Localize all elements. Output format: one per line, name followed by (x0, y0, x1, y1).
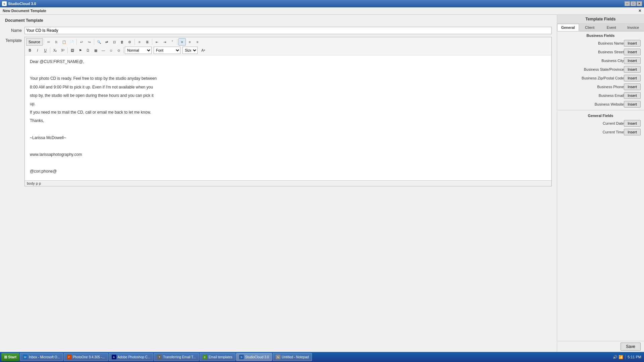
underline-button[interactable]: U (42, 47, 49, 54)
template-row: Template Source ✂ ⎘ 📋 📄 ↩ (5, 37, 552, 186)
insert-current-date-button[interactable]: Insert (624, 120, 641, 127)
taskbar-item-inbox[interactable]: M Inbox - Microsoft O... (20, 353, 63, 361)
redo-icon[interactable]: ↪ (86, 38, 93, 46)
start-icon: ⊞ (4, 355, 7, 359)
taskbar-item-photoshop[interactable]: A Adobe Photoshop C... (109, 353, 154, 361)
replace-icon[interactable]: ⇄ (103, 38, 110, 46)
undo-icon[interactable]: ↩ (78, 38, 85, 46)
insert-link-icon[interactable]: ⊙ (115, 47, 122, 54)
decrease-indent-icon[interactable]: ⇤ (153, 38, 161, 46)
insert-business-name-button[interactable]: Insert (624, 40, 641, 47)
insert-special-icon[interactable]: Ω (84, 47, 92, 54)
insert-hline-icon[interactable]: — (100, 47, 107, 54)
toolbar-sep-7 (50, 47, 50, 53)
tab-invoice[interactable]: Invoice (622, 24, 644, 31)
window-close-x[interactable]: ✕ (638, 9, 641, 13)
taskbar-item-transfer[interactable]: T Transferring Email T... (154, 353, 199, 361)
insert-business-website-button[interactable]: Insert (624, 101, 641, 108)
italic-button[interactable]: I (34, 47, 41, 54)
insert-business-street-button[interactable]: Insert (624, 49, 641, 55)
align-left-icon[interactable]: ≡ (178, 38, 186, 46)
maximize-button[interactable]: □ (631, 1, 636, 6)
close-button[interactable]: ✕ (637, 1, 642, 6)
tab-client[interactable]: Client (579, 24, 601, 31)
app-title: StudioCloud 3.0 (8, 2, 36, 6)
insert-table-icon[interactable]: ▦ (92, 47, 99, 54)
section-title: Document Template (5, 18, 552, 23)
text-color-icon[interactable]: A▾ (200, 47, 207, 54)
taskbar-icon-inbox: M (23, 355, 28, 359)
size-select[interactable]: Size (182, 47, 198, 54)
cut-icon[interactable]: ✂ (45, 38, 52, 46)
field-current-time-label: Current Time (560, 130, 624, 134)
editor-body[interactable]: Dear @CUS:FIRST_NAME@, Your photo CD is … (25, 55, 551, 180)
start-button[interactable]: ⊞ Start (1, 353, 19, 361)
superscript-button[interactable]: X² (59, 47, 66, 54)
unordered-list-icon[interactable]: ≣ (144, 38, 151, 46)
increase-indent-icon[interactable]: ⇥ (161, 38, 168, 46)
field-business-website: Business Website Insert (557, 100, 644, 109)
smiley-icon[interactable]: ☺ (107, 47, 115, 54)
ordered-list-icon[interactable]: ≡ (136, 38, 143, 46)
editor-line-blank1 (30, 67, 546, 73)
source-button[interactable]: Source (26, 38, 43, 46)
bold-button[interactable]: B (26, 47, 34, 54)
tab-event[interactable]: Event (601, 24, 623, 31)
insert-business-zip-button[interactable]: Insert (624, 75, 641, 81)
font-select[interactable]: Font (154, 47, 180, 54)
format-icon[interactable]: ⚙ (126, 38, 133, 46)
insert-flag-icon[interactable]: ⚑ (76, 47, 84, 54)
editor-status-text: body p p (27, 181, 41, 185)
align-right-icon[interactable]: ≡ (194, 38, 201, 46)
title-bar: S StudioCloud 3.0 ─ □ ✕ (0, 0, 644, 7)
taskbar-item-photoone[interactable]: P PhotoOne 9.4.305 -... (64, 353, 108, 361)
blockquote-icon[interactable]: " (169, 38, 176, 46)
toolbar-row-1: Source ✂ ⎘ 📋 📄 ↩ ↪ 🔍 ⇄ ⊡ (26, 38, 550, 46)
insert-current-time-button[interactable]: Insert (624, 129, 641, 135)
editor-status-bar: body p p (25, 180, 551, 186)
toolbar-sep-9 (123, 47, 124, 53)
window-controls: ─ □ ✕ (625, 1, 642, 6)
content-area: Document Template Name Template Source ✂ (0, 15, 644, 352)
app-logo: S (2, 1, 7, 6)
field-business-state-label: Business State/Province (560, 67, 624, 71)
save-button[interactable]: Save (621, 343, 641, 351)
insert-business-email-button[interactable]: Insert (624, 92, 641, 99)
insert-business-phone-button[interactable]: Insert (624, 83, 641, 90)
insert-business-city-button[interactable]: Insert (624, 57, 641, 64)
subscript-button[interactable]: X₂ (51, 47, 59, 54)
field-business-city: Business City Insert (557, 56, 644, 65)
remove-format-icon[interactable]: 🗑 (118, 38, 126, 46)
editor-line-5: up. (30, 101, 546, 107)
panel-divider (557, 110, 644, 110)
style-select[interactable]: Normal (125, 47, 152, 54)
taskbar-item-studiocloud[interactable]: S StudioCloud 3.0 (236, 353, 272, 361)
editor-line-2: Your photo CD is ready. Feel free to sto… (30, 75, 546, 82)
find-icon[interactable]: 🔍 (95, 38, 103, 46)
editor-line-7: Thanks, (30, 118, 546, 124)
paste-text-icon[interactable]: 📄 (68, 38, 75, 46)
insert-image-icon[interactable]: 🖼 (69, 47, 76, 54)
taskbar-sep (625, 355, 626, 359)
name-input[interactable] (24, 27, 552, 34)
insert-business-state-button[interactable]: Insert (624, 66, 641, 73)
taskbar-label-notepad: Untitled - Notepad (282, 355, 309, 359)
field-current-date: Current Date Insert (557, 119, 644, 128)
toolbar-sep-3 (94, 39, 94, 45)
tab-general[interactable]: General (557, 24, 579, 31)
editor-line-11: www.larissaphotography.com (30, 152, 546, 158)
paste-icon[interactable]: 📋 (60, 38, 68, 46)
name-label: Name (5, 28, 22, 33)
taskbar-icon-studiocloud: S (239, 355, 244, 359)
field-current-time: Current Time Insert (557, 128, 644, 136)
taskbar-item-notepad[interactable]: N Untitled - Notepad (273, 353, 312, 361)
main-window: New Document Template ✕ Document Templat… (0, 7, 644, 352)
align-center-icon[interactable]: ≡ (186, 38, 194, 46)
toolbar-row-2: B I U X₂ X² 🖼 ⚑ Ω ▦ — ☺ (26, 47, 550, 54)
copy-icon[interactable]: ⎘ (53, 38, 60, 46)
select-all-icon[interactable]: ⊡ (111, 38, 118, 46)
minimize-button[interactable]: ─ (625, 1, 630, 6)
right-panel: Template Fields General Client Event Inv… (557, 15, 644, 352)
business-fields-title: Business Fields (557, 32, 644, 39)
taskbar-item-emailtemplates[interactable]: E Email templates (200, 353, 235, 361)
